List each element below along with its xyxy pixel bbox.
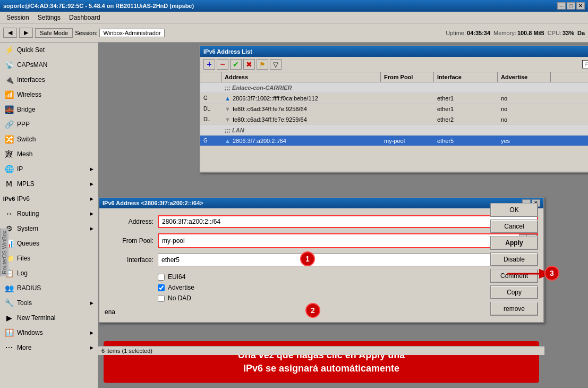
row-pool-1: [381, 97, 434, 99]
sidebar-item-mesh[interactable]: 🕸 Mesh: [0, 147, 98, 162]
row-adv-2: no: [498, 105, 551, 113]
disable-button[interactable]: Disable: [490, 252, 538, 266]
address-input[interactable]: [158, 215, 538, 228]
sidebar-item-ipv6[interactable]: IPv6 IPv6 ▶: [0, 191, 98, 206]
main-toolbar: ◀ ▶ Safe Mode Session: Winbox-Administra…: [0, 23, 588, 43]
windows-icon: 🪟: [4, 328, 14, 338]
sidebar-item-radius[interactable]: 👥 RADIUS: [0, 281, 98, 296]
ipv6-edit-title: IPv6 Address <2806:3f7:a200:2::/64>: [103, 200, 521, 206]
sidebar-label-quick-set: Quick Set: [17, 46, 45, 54]
no-dad-checkbox[interactable]: [158, 295, 165, 302]
sidebar-item-interfaces[interactable]: 🔌 Interfaces: [0, 72, 98, 87]
addr-icon-1: ▲: [225, 95, 231, 102]
sidebar-item-quick-set[interactable]: ⚡ Quick Set: [0, 43, 98, 57]
sidebar-item-queues[interactable]: 📊 Queues: [0, 236, 98, 251]
sidebar-label-windows: Windows: [17, 329, 43, 336]
sidebar: ⚡ Quick Set 📡 CAPsMAN 🔌 Interfaces 📶 Wir…: [0, 43, 98, 388]
interfaces-icon: 🔌: [4, 75, 14, 85]
app-title: soporte@C4:AD:34:7E:92:5C - 5.48.4 on RB…: [3, 3, 557, 9]
no-dad-label: No DAD: [168, 294, 191, 302]
check-button[interactable]: ✔: [230, 59, 242, 70]
add-button[interactable]: +: [203, 59, 215, 70]
title-bar-icons: ─ □ ✕: [557, 2, 585, 10]
ipv6-list-window: IPv6 Address List ─ ✕ + − ✔ ✖ ⚑ ▽ Find ▼…: [199, 45, 588, 173]
routeros-winbox-label: RouterOS WinBox: [0, 229, 8, 276]
table-row[interactable]: DL ▼ fe80::c6ad:34ff:fe7e:9259/64 ether2…: [200, 114, 588, 125]
edit-form-area: Address: From Pool: ▲ ▼ ▼: [99, 208, 543, 322]
routing-arrow: ▶: [90, 211, 93, 216]
from-pool-field-wrapper: ▲ ▼ ▼: [158, 233, 538, 248]
row-iface-1: ether1: [434, 94, 498, 103]
sidebar-item-routing[interactable]: ↔ Routing ▶: [0, 206, 98, 221]
th-from-pool: From Pool: [381, 72, 434, 82]
addr-icon-3: ▼: [225, 116, 231, 123]
windows-arrow: ▶: [90, 330, 93, 335]
sidebar-item-switch[interactable]: 🔀 Switch: [0, 132, 98, 147]
status-bar: Uptime: 04:35:34 Memory: 100.8 MiB CPU: …: [446, 30, 585, 36]
close-button[interactable]: ✕: [576, 2, 585, 10]
filter-button[interactable]: ▽: [270, 59, 282, 70]
flag-button[interactable]: ⚑: [257, 59, 268, 70]
ipv6-icon: IPv6: [4, 194, 14, 204]
apply-button[interactable]: Apply: [490, 236, 538, 250]
sidebar-item-mpls[interactable]: Ⅿ MPLS ▶: [0, 176, 98, 191]
cpu-label: CPU:: [548, 30, 561, 36]
more-icon: ⋯: [4, 343, 14, 352]
remove-button[interactable]: −: [217, 59, 228, 70]
memory-value: 100.8 MiB: [517, 30, 544, 36]
ok-button[interactable]: OK: [490, 203, 538, 217]
eui64-row: EUI64: [158, 273, 538, 281]
row-flag-3: DL: [200, 115, 221, 123]
table-row[interactable]: DL ▼ fe80::c6ad:34ff:fe7e:9258/64 ether1…: [200, 104, 588, 114]
menu-dashboard[interactable]: Dashboard: [65, 13, 105, 22]
checkbox-area: EUI64 Advertise No DAD: [99, 269, 543, 306]
menu-settings[interactable]: Settings: [33, 13, 65, 22]
bridge-icon: 🌉: [4, 105, 14, 114]
row-addr-4: ▲ 2806:3f7:a200:2::/64: [221, 137, 381, 145]
forward-button[interactable]: ▶: [19, 28, 33, 38]
badge-2: 2: [305, 303, 320, 318]
menu-session[interactable]: Session: [2, 13, 33, 22]
mpls-arrow: ▶: [90, 181, 93, 187]
badge-3: 3: [544, 266, 559, 281]
cross-button[interactable]: ✖: [243, 59, 255, 70]
sidebar-item-capsman[interactable]: 📡 CAPsMAN: [0, 57, 98, 72]
remove-button[interactable]: remove: [490, 302, 538, 316]
sidebar-item-files[interactable]: 📁 Files: [0, 251, 98, 266]
back-button[interactable]: ◀: [3, 28, 17, 38]
sidebar-item-ip[interactable]: 🌐 IP ▶: [0, 162, 98, 176]
eui64-checkbox[interactable]: [158, 274, 165, 281]
cancel-button[interactable]: Cancel: [490, 220, 538, 233]
table-row-selected[interactable]: G ▲ 2806:3f7:a200:2::/64 my-pool ether5 …: [200, 136, 588, 146]
row-flag-2: DL: [200, 105, 221, 113]
th-interface: Interface: [434, 72, 498, 82]
sidebar-label-radius: RADIUS: [17, 284, 41, 292]
maximize-button[interactable]: □: [567, 2, 575, 10]
find-box[interactable]: Find: [582, 60, 588, 69]
sidebar-item-windows[interactable]: 🪟 Windows ▶: [0, 325, 98, 340]
sidebar-item-wireless[interactable]: 📶 Wireless: [0, 87, 98, 102]
safe-mode-button[interactable]: Safe Mode: [35, 28, 73, 38]
sidebar-item-ppp[interactable]: 🔗 PPP: [0, 117, 98, 132]
sidebar-item-bridge[interactable]: 🌉 Bridge: [0, 102, 98, 117]
row-addr-3: ▼ fe80::c6ad:34ff:fe7e:9259/64: [221, 115, 381, 124]
sidebar-label-new-terminal: New Terminal: [17, 314, 55, 322]
sidebar-label-files: Files: [17, 255, 30, 262]
sidebar-item-log[interactable]: 📋 Log: [0, 266, 98, 281]
uptime-label: Uptime:: [446, 30, 466, 36]
sidebar-label-more: More: [17, 344, 31, 351]
sidebar-label-routing: Routing: [17, 210, 39, 217]
copy-button[interactable]: Copy: [490, 285, 538, 299]
sidebar-label-ip: IP: [17, 165, 23, 173]
wireless-icon: 📶: [4, 90, 14, 99]
table-row[interactable]: G ▲ 2806:3f7:1002::ffff:f0ca:bebe/112 et…: [200, 93, 588, 104]
from-pool-input[interactable]: [159, 234, 519, 247]
tools-arrow: ▶: [90, 300, 93, 306]
interface-input[interactable]: [158, 254, 527, 266]
minimize-button[interactable]: ─: [557, 2, 566, 10]
sidebar-item-new-terminal[interactable]: ▶ New Terminal: [0, 310, 98, 325]
advertise-checkbox[interactable]: [158, 284, 165, 291]
sidebar-item-more[interactable]: ⋯ More ▶: [0, 340, 98, 355]
sidebar-item-tools[interactable]: 🔧 Tools ▶: [0, 296, 98, 310]
sidebar-item-system[interactable]: ⚙ System ▶: [0, 221, 98, 236]
